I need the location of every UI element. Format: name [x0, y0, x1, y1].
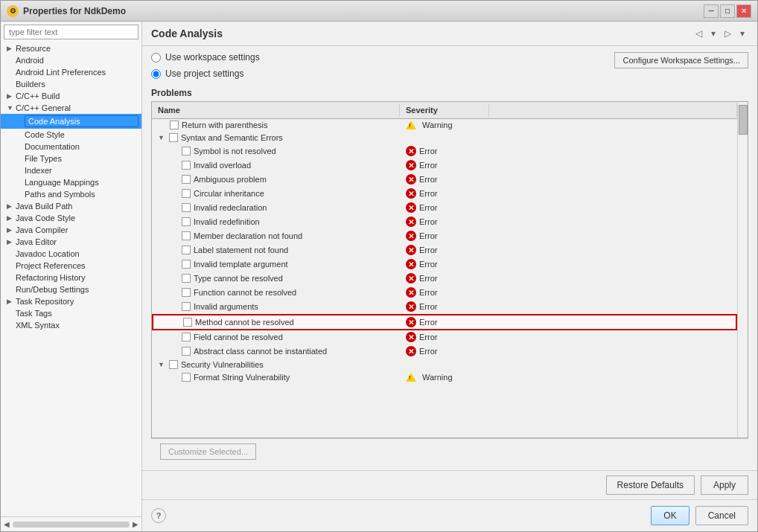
sidebar-item-documentation[interactable]: Documentation	[1, 141, 141, 153]
table-row[interactable]: ▼ Security Vulnerabilities	[152, 359, 737, 371]
cancel-button[interactable]: Cancel	[695, 506, 748, 525]
sidebar-item-android[interactable]: Android	[1, 54, 141, 66]
filter-input[interactable]	[4, 25, 138, 39]
table-row[interactable]: Invalid redefinition ✕ Error	[152, 215, 737, 229]
sidebar-item-xml-syntax[interactable]: XML Syntax	[1, 319, 141, 331]
scroll-thumb[interactable]	[13, 522, 130, 528]
table-row[interactable]: Function cannot be resolved ✕ Error	[152, 286, 737, 300]
sidebar-item-paths-symbols[interactable]: Paths and Symbols	[1, 188, 141, 200]
checkbox[interactable]	[182, 288, 191, 297]
checkbox[interactable]	[182, 147, 191, 156]
row-name: Invalid redefinition	[152, 215, 400, 228]
row-name: Symbol is not resolved	[152, 144, 400, 158]
restore-defaults-button[interactable]: Restore Defaults	[606, 475, 695, 495]
sidebar-item-java-editor[interactable]: ▶ Java Editor	[1, 236, 141, 248]
row-extra	[489, 187, 737, 200]
checkbox[interactable]	[182, 161, 191, 170]
forward-button[interactable]: ▷	[721, 26, 735, 41]
scroll-right-icon[interactable]: ▶	[133, 520, 138, 528]
main-panel: Code Analysis ◁ ▾ ▷ ▾ Use workspace sett…	[142, 22, 757, 531]
table-row[interactable]: Ambiguous problem ✕ Error	[152, 173, 737, 187]
table-row[interactable]: Method cannot be resolved ✕ Error	[152, 314, 737, 330]
scrollbar-thumb[interactable]	[739, 105, 748, 135]
table-row[interactable]: Abstract class cannot be instantiated ✕ …	[152, 344, 737, 359]
sidebar-item-indexer[interactable]: Indexer	[1, 164, 141, 176]
checkbox[interactable]	[169, 133, 178, 142]
table-row[interactable]: Member declaration not found ✕ Error	[152, 229, 737, 243]
row-severity: ✕ Error	[400, 315, 489, 329]
checkbox[interactable]	[169, 360, 178, 369]
table-row[interactable]: Field cannot be resolved ✕ Error	[152, 330, 737, 344]
apply-button[interactable]: Apply	[701, 475, 748, 495]
sidebar-item-code-analysis[interactable]: Code Analysis	[1, 114, 141, 129]
sidebar-item-file-types[interactable]: File Types	[1, 153, 141, 164]
checkbox[interactable]	[182, 373, 191, 382]
dropdown-back-button[interactable]: ▾	[707, 26, 719, 41]
table-row[interactable]: ▼ Syntax and Semantic Errors	[152, 132, 737, 144]
table-row[interactable]: Format String Vulnerability Warning	[152, 371, 737, 384]
sidebar-item-android-lint[interactable]: Android Lint Preferences	[1, 66, 141, 78]
help-button[interactable]: ?	[151, 508, 166, 523]
maximize-button[interactable]: □	[720, 4, 735, 18]
checkbox[interactable]	[182, 274, 191, 283]
workspace-radio-label: Use workspace settings	[165, 52, 260, 63]
back-button[interactable]: ◁	[692, 26, 706, 41]
row-name: ▼ Syntax and Semantic Errors	[152, 132, 400, 144]
customize-selected-button[interactable]: Customize Selected...	[160, 443, 256, 460]
sidebar-item-task-repository[interactable]: ▶ Task Repository	[1, 295, 141, 307]
sidebar-item-javadoc-location[interactable]: Javadoc Location	[1, 248, 141, 260]
table-row[interactable]: Invalid template argument ✕ Error	[152, 257, 737, 272]
checkbox[interactable]	[182, 189, 191, 198]
sidebar-item-run-debug[interactable]: Run/Debug Settings	[1, 283, 141, 295]
sidebar-item-label: Refactoring History	[16, 273, 138, 282]
row-extra	[489, 132, 737, 144]
checkbox[interactable]	[182, 217, 191, 226]
checkbox[interactable]	[182, 203, 191, 212]
checkbox[interactable]	[182, 333, 191, 342]
sidebar-item-cpp-build[interactable]: ▶ C/C++ Build	[1, 90, 141, 102]
sidebar-item-refactoring-history[interactable]: Refactoring History	[1, 272, 141, 283]
table-row[interactable]: Label statement not found ✕ Error	[152, 243, 737, 257]
sidebar-item-code-style[interactable]: Code Style	[1, 129, 141, 141]
sidebar-item-language-mappings[interactable]: Language Mappings	[1, 176, 141, 188]
scroll-left-icon[interactable]: ◀	[4, 520, 10, 528]
settings-section: Use workspace settings Use project setti…	[151, 52, 748, 82]
row-extra	[489, 300, 737, 313]
project-radio[interactable]	[151, 69, 161, 79]
table-row[interactable]: Return with parenthesis Warning	[152, 119, 737, 132]
checkbox[interactable]	[182, 347, 191, 356]
table-row[interactable]: Symbol is not resolved ✕ Error	[152, 144, 737, 158]
checkbox[interactable]	[182, 231, 191, 240]
table-scrollbar[interactable]	[737, 102, 748, 438]
checkbox[interactable]	[182, 246, 191, 254]
workspace-radio[interactable]	[151, 53, 161, 63]
close-button[interactable]: ✕	[736, 4, 751, 18]
table-row[interactable]: Circular inheritance ✕ Error	[152, 187, 737, 201]
sidebar-item-resource[interactable]: ▶ Resource	[1, 42, 141, 54]
table-row[interactable]: Invalid overload ✕ Error	[152, 158, 737, 173]
sidebar-item-java-build-path[interactable]: ▶ Java Build Path	[1, 200, 141, 212]
sidebar-item-cpp-general[interactable]: ▼ C/C++ General	[1, 102, 141, 114]
row-name: Method cannot be resolved	[153, 315, 400, 329]
configure-workspace-button[interactable]: Configure Workspace Settings...	[614, 52, 748, 68]
sidebar-item-java-code-style[interactable]: ▶ Java Code Style	[1, 212, 141, 224]
table-row[interactable]: Invalid arguments ✕ Error	[152, 300, 737, 314]
sidebar-item-java-compiler[interactable]: ▶ Java Compiler	[1, 224, 141, 236]
checkbox[interactable]	[182, 260, 191, 269]
sidebar-item-builders[interactable]: Builders	[1, 78, 141, 90]
checkbox[interactable]	[182, 175, 191, 184]
sidebar-item-task-tags[interactable]: Task Tags	[1, 307, 141, 319]
sidebar-item-label: Builders	[16, 80, 138, 89]
minimize-button[interactable]: ─	[704, 4, 719, 18]
sidebar-item-project-references[interactable]: Project References	[1, 260, 141, 272]
table-row[interactable]: Type cannot be resolved ✕ Error	[152, 272, 737, 286]
header-severity: Severity	[400, 103, 489, 117]
table-row[interactable]: Invalid redeclaration ✕ Error	[152, 201, 737, 215]
ok-button[interactable]: OK	[651, 506, 689, 525]
dropdown-forward-button[interactable]: ▾	[736, 26, 748, 41]
row-severity: ✕ Error	[400, 272, 489, 285]
checkbox[interactable]	[183, 318, 192, 327]
checkbox[interactable]	[182, 302, 191, 311]
checkbox[interactable]	[170, 121, 179, 129]
error-icon: ✕	[406, 160, 416, 170]
